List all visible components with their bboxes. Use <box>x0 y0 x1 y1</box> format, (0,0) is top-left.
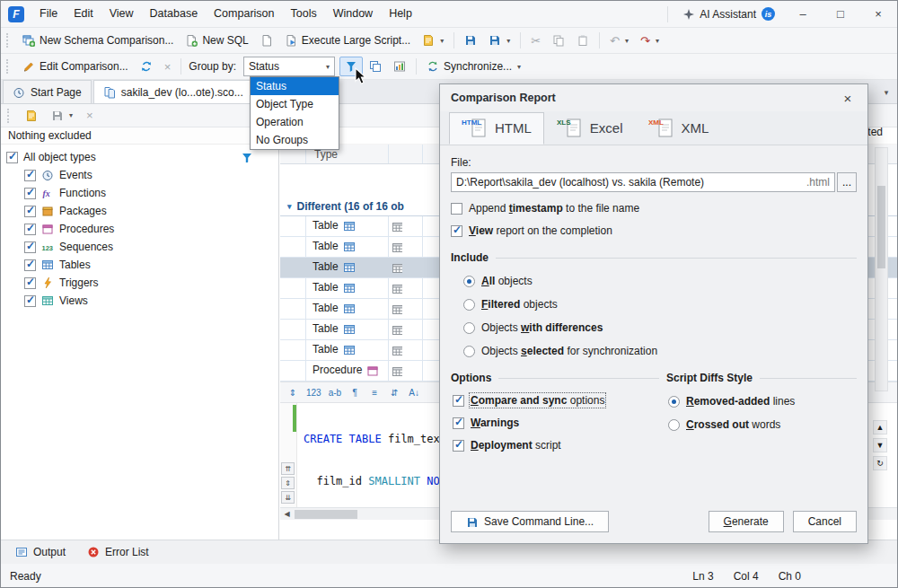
menu-file[interactable]: File <box>31 1 66 27</box>
checkbox[interactable] <box>24 206 36 217</box>
view-report-checkbox[interactable]: View report on the completion <box>451 224 857 237</box>
report-file-input[interactable]: D:\Report\sakila_dev (localhost) vs. sak… <box>451 172 835 192</box>
paste-button[interactable] <box>571 31 594 50</box>
checkbox[interactable] <box>24 295 36 307</box>
warnings-checkbox[interactable]: Warnings <box>451 417 659 429</box>
checkbox[interactable] <box>451 225 462 237</box>
error-list-tab[interactable]: Error List <box>78 540 158 564</box>
tree-item-functions[interactable]: Functions <box>1 184 278 202</box>
next-diff-button[interactable]: ⇊ <box>281 491 295 504</box>
updown-diff-button[interactable]: ⇕ <box>281 477 295 489</box>
menu-window[interactable]: Window <box>325 1 381 27</box>
radio[interactable] <box>463 322 475 334</box>
edit-comparison-button[interactable]: Edit Comparison... <box>17 57 134 76</box>
tab-xml[interactable]: XML XML <box>636 112 722 145</box>
dropdown-item-object-type[interactable]: Object Type <box>251 95 339 113</box>
tree-item-packages[interactable]: Packages <box>1 202 278 220</box>
menu-help[interactable]: Help <box>381 1 420 27</box>
radio-all-objects[interactable]: All objects <box>451 275 857 287</box>
compare-sync-options-checkbox[interactable]: Compare and sync options <box>451 394 659 407</box>
close-button[interactable]: × <box>859 1 897 27</box>
panel-save-button[interactable]: ▾ <box>46 106 78 126</box>
save-command-line-button[interactable]: Save Command Line... <box>451 511 609 532</box>
panel-clear-button[interactable]: × <box>81 106 99 125</box>
output-tab[interactable]: Output <box>6 540 75 564</box>
dialog-title-bar[interactable]: Comparison Report × <box>440 84 867 111</box>
dropdown-item-no-groups[interactable]: No Groups <box>251 131 339 149</box>
type-column-header[interactable]: Type <box>314 148 338 161</box>
tab-html[interactable]: HTML HTML <box>449 112 544 145</box>
tree-item-views[interactable]: Views <box>1 292 278 310</box>
tab-excel[interactable]: XLS Excel <box>544 112 636 145</box>
menu-database[interactable]: Database <box>142 1 207 27</box>
synchronize-button[interactable]: Synchronize... ▾ <box>421 57 526 76</box>
menu-edit[interactable]: Edit <box>66 1 101 27</box>
menu-view[interactable]: View <box>101 1 142 27</box>
toolbar-grip[interactable] <box>7 109 13 123</box>
ai-assistant-button[interactable]: AI Assistant is <box>674 1 784 27</box>
dialog-close-button[interactable]: × <box>839 91 857 106</box>
radio[interactable] <box>668 419 680 431</box>
checkbox[interactable] <box>453 395 464 407</box>
new-schema-comparison-button[interactable]: New Schema Comparison... <box>17 31 179 50</box>
radio-objects-selected[interactable]: Objects selected for synchronization <box>451 345 857 357</box>
checkbox[interactable] <box>24 241 36 253</box>
lines-button[interactable]: ≡ <box>365 384 383 401</box>
checkbox[interactable] <box>24 277 36 289</box>
prev-diff-button[interactable]: ⇈ <box>281 462 295 475</box>
cut-button[interactable]: ✂ <box>525 31 546 50</box>
side-tool-icon[interactable]: ▼ <box>873 438 887 452</box>
script-options-button[interactable]: ▾ <box>417 31 449 50</box>
radio-removed-added-lines[interactable]: Removed-added lines <box>666 395 857 408</box>
whitespace-button[interactable]: ¶ <box>346 384 364 401</box>
scroll-left-icon[interactable]: ◀ <box>280 510 294 518</box>
dropdown-item-operation[interactable]: Operation <box>251 113 339 131</box>
open-script-button[interactable] <box>255 31 278 50</box>
tab-start-page[interactable]: Start Page <box>3 80 92 103</box>
scrollbar-thumb[interactable] <box>295 510 357 519</box>
swap-button[interactable]: ⇵ <box>385 384 403 401</box>
checkbox[interactable] <box>451 203 462 215</box>
stop-button[interactable]: × <box>159 57 177 76</box>
radio[interactable] <box>463 276 475 287</box>
deployment-script-checkbox[interactable]: Deployment script <box>451 439 659 452</box>
toolbar-grip[interactable] <box>6 33 12 48</box>
menu-tools[interactable]: Tools <box>282 1 324 27</box>
radio[interactable] <box>463 346 475 357</box>
radio[interactable] <box>668 396 680 408</box>
tab-comparison-document[interactable]: sakila_dev (lo...ote).sco... <box>93 80 253 103</box>
dropdown-item-status[interactable]: Status <box>251 77 339 95</box>
side-tool-icon[interactable]: ▲ <box>873 420 887 434</box>
panel-script-button[interactable] <box>20 106 43 126</box>
checkbox[interactable] <box>24 224 36 235</box>
browse-button[interactable]: ... <box>837 172 857 192</box>
tree-item-events[interactable]: Events <box>1 166 278 184</box>
checkbox[interactable] <box>24 188 36 199</box>
filter-funnel-icon[interactable] <box>241 152 251 162</box>
vertical-scrollbar[interactable] <box>875 147 888 391</box>
checkbox[interactable] <box>453 417 464 429</box>
scrollbar-thumb[interactable] <box>877 186 885 268</box>
cancel-button[interactable]: Cancel <box>793 511 857 532</box>
group-by-combobox[interactable]: Status ▾ <box>243 57 335 76</box>
checkbox[interactable] <box>24 170 36 181</box>
sort-button[interactable]: A↓ <box>405 384 423 401</box>
report-button[interactable] <box>388 57 411 76</box>
checkbox[interactable] <box>453 440 464 452</box>
updown-nav-button[interactable]: ⇕ <box>284 384 302 401</box>
minimize-button[interactable]: – <box>784 1 822 27</box>
checkbox[interactable] <box>24 259 36 271</box>
tree-item-tables[interactable]: Tables <box>1 256 278 274</box>
new-sql-button[interactable]: New SQL <box>180 31 253 50</box>
save-all-button[interactable]: ▾ <box>483 31 515 50</box>
generate-button[interactable]: Generate <box>709 511 784 532</box>
radio-crossed-out-words[interactable]: Crossed out words <box>666 418 857 431</box>
refresh-comparison-button[interactable] <box>135 57 158 76</box>
redo-button[interactable]: ↷ ▾ <box>635 31 665 50</box>
radio[interactable] <box>463 299 475 311</box>
copy-button[interactable] <box>547 31 570 50</box>
menu-comparison[interactable]: Comparison <box>206 1 282 27</box>
undo-button[interactable]: ↶ ▾ <box>604 31 634 50</box>
radio-objects-with-differences[interactable]: Objects with differences <box>451 321 857 334</box>
save-button[interactable] <box>459 31 482 50</box>
